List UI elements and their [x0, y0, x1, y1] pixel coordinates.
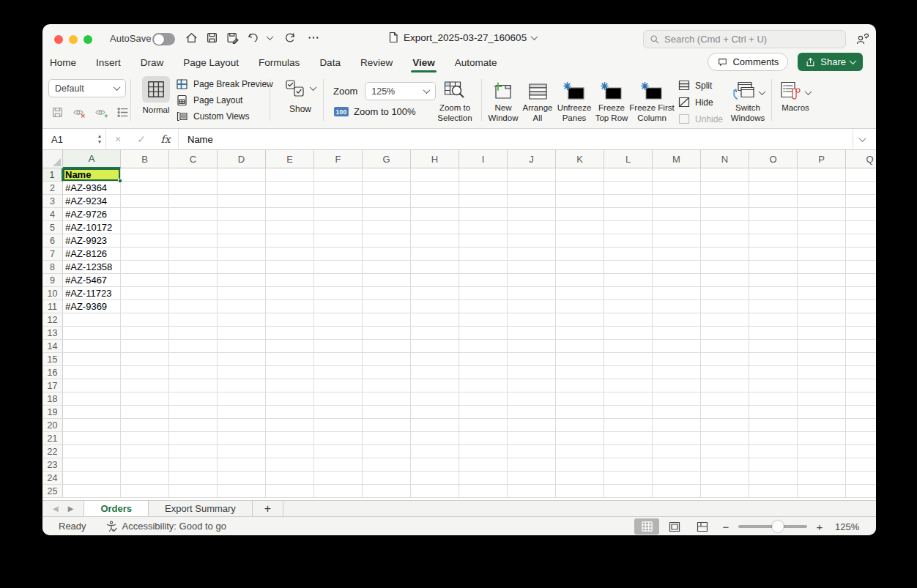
column-header-H[interactable]: H — [411, 150, 459, 168]
cell-J17[interactable] — [508, 379, 556, 392]
cell-H25[interactable] — [411, 485, 459, 498]
cell-J1[interactable] — [508, 168, 556, 182]
cell-B1[interactable] — [121, 168, 169, 182]
row-header-15[interactable]: 15 — [42, 353, 63, 366]
cell-P12[interactable] — [798, 313, 846, 327]
cell-J24[interactable] — [508, 472, 556, 485]
row-header-12[interactable]: 12 — [42, 313, 63, 327]
cell-M19[interactable] — [653, 406, 701, 419]
cell-L11[interactable] — [604, 300, 653, 313]
cell-J13[interactable] — [508, 327, 556, 340]
cell-P20[interactable] — [798, 419, 846, 432]
cell-B11[interactable] — [121, 300, 169, 313]
row-header-1[interactable]: 1 — [42, 168, 63, 182]
cell-M2[interactable] — [653, 182, 701, 195]
cell-K15[interactable] — [556, 353, 604, 366]
cell-E12[interactable] — [266, 313, 314, 327]
cell-P2[interactable] — [798, 182, 846, 195]
cell-M20[interactable] — [653, 419, 701, 432]
cell-J7[interactable] — [508, 248, 556, 261]
cell-I14[interactable] — [459, 340, 508, 353]
minimize-window-button[interactable] — [69, 35, 78, 44]
cell-B25[interactable] — [121, 485, 169, 498]
column-header-F[interactable]: F — [314, 150, 363, 168]
cell-J25[interactable] — [508, 485, 556, 498]
unhide-button[interactable]: Unhide — [678, 113, 723, 125]
cell-E9[interactable] — [266, 274, 314, 287]
cell-M3[interactable] — [653, 195, 701, 208]
cell-H7[interactable] — [411, 248, 459, 261]
cell-A14[interactable] — [63, 340, 121, 353]
cell-Q17[interactable] — [846, 379, 876, 392]
cell-N6[interactable] — [701, 234, 749, 248]
cell-G16[interactable] — [363, 366, 411, 379]
cell-L17[interactable] — [604, 379, 653, 392]
cell-N16[interactable] — [701, 366, 749, 379]
row-header-2[interactable]: 2 — [42, 182, 63, 195]
cell-O2[interactable] — [749, 182, 798, 195]
cell-B16[interactable] — [121, 366, 169, 379]
cell-D17[interactable] — [218, 379, 266, 392]
cell-O19[interactable] — [749, 406, 798, 419]
cell-M4[interactable] — [653, 208, 701, 221]
cell-N10[interactable] — [701, 287, 749, 300]
cell-E20[interactable] — [266, 419, 314, 432]
cell-K6[interactable] — [556, 234, 604, 248]
cell-O4[interactable] — [749, 208, 798, 221]
new-window-button[interactable]: New Window — [485, 78, 521, 123]
cell-H4[interactable] — [411, 208, 459, 221]
cell-B14[interactable] — [121, 340, 169, 353]
cell-H21[interactable] — [411, 432, 459, 445]
cell-D24[interactable] — [218, 472, 266, 485]
cell-L2[interactable] — [604, 182, 653, 195]
cell-J12[interactable] — [508, 313, 556, 327]
cell-B20[interactable] — [121, 419, 169, 432]
cell-J10[interactable] — [508, 287, 556, 300]
cell-Q18[interactable] — [846, 392, 876, 406]
cell-F25[interactable] — [314, 485, 363, 498]
cell-B12[interactable] — [121, 313, 169, 327]
maximize-window-button[interactable] — [83, 35, 92, 44]
cell-C8[interactable] — [169, 261, 218, 274]
cell-L19[interactable] — [604, 406, 653, 419]
cell-K22[interactable] — [556, 445, 604, 458]
cell-N7[interactable] — [701, 248, 749, 261]
cell-O10[interactable] — [749, 287, 798, 300]
macros-button[interactable]: Macros — [775, 78, 816, 113]
page-break-view-toggle[interactable] — [690, 518, 715, 535]
cell-O21[interactable] — [749, 432, 798, 445]
comments-button[interactable]: Comments — [708, 53, 788, 71]
cell-N4[interactable] — [701, 208, 749, 221]
cell-H19[interactable] — [411, 406, 459, 419]
cell-C22[interactable] — [169, 445, 218, 458]
cell-B4[interactable] — [121, 208, 169, 221]
cell-P13[interactable] — [798, 327, 846, 340]
column-header-E[interactable]: E — [266, 150, 314, 168]
cell-C11[interactable] — [169, 300, 218, 313]
cell-F4[interactable] — [314, 208, 363, 221]
save-as-icon[interactable] — [226, 31, 239, 44]
cell-H18[interactable] — [411, 392, 459, 406]
cell-C25[interactable] — [169, 485, 218, 498]
cell-J19[interactable] — [508, 406, 556, 419]
cell-K1[interactable] — [556, 168, 604, 182]
share-button[interactable]: Share — [798, 53, 863, 71]
cell-G5[interactable] — [363, 221, 411, 234]
cell-C14[interactable] — [169, 340, 218, 353]
cell-K3[interactable] — [556, 195, 604, 208]
split-button[interactable]: Split — [678, 79, 723, 92]
cell-O7[interactable] — [749, 248, 798, 261]
cell-K23[interactable] — [556, 458, 604, 472]
cell-H22[interactable] — [411, 445, 459, 458]
cell-F17[interactable] — [314, 379, 363, 392]
cell-N24[interactable] — [701, 472, 749, 485]
cell-E7[interactable] — [266, 248, 314, 261]
cell-I6[interactable] — [459, 234, 508, 248]
row-header-20[interactable]: 20 — [42, 419, 63, 432]
cell-O23[interactable] — [749, 458, 798, 472]
cell-H2[interactable] — [411, 182, 459, 195]
tab-home[interactable]: Home — [50, 55, 76, 72]
cell-F13[interactable] — [314, 327, 363, 340]
cell-L10[interactable] — [604, 287, 653, 300]
cell-D16[interactable] — [218, 366, 266, 379]
